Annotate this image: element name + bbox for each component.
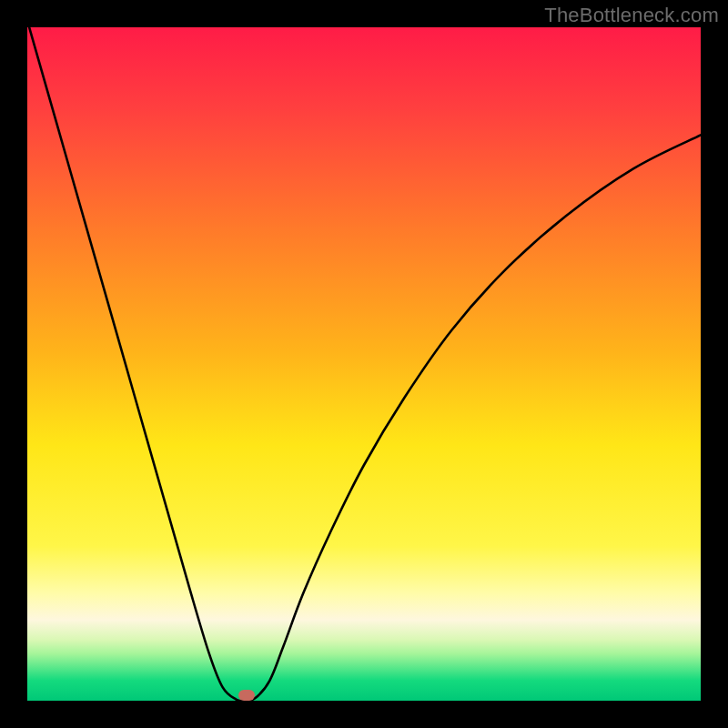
- plot-area: [27, 27, 701, 701]
- minimum-marker: [238, 690, 255, 701]
- bottleneck-curve: [27, 27, 701, 701]
- watermark-text: TheBottleneck.com: [544, 4, 719, 27]
- chart-frame: TheBottleneck.com: [0, 0, 728, 728]
